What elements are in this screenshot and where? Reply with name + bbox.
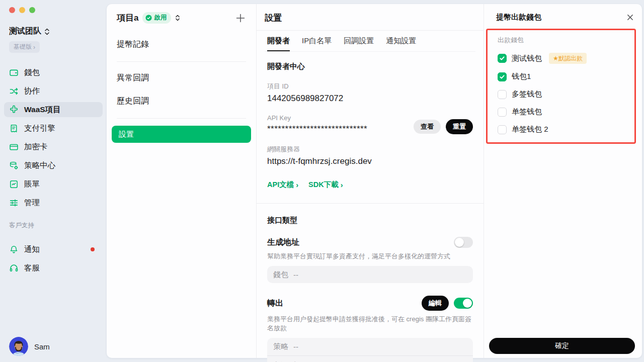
sidebar-item-notifications[interactable]: 通知 bbox=[4, 242, 103, 257]
settings-title: 設置 bbox=[265, 4, 475, 24]
bill-icon bbox=[9, 179, 19, 189]
sidebar-item-label: 錢包 bbox=[24, 67, 40, 78]
project-nav-item-history-callback[interactable]: 歷史回調 bbox=[117, 96, 246, 107]
highlight-annotation-box: 出款錢包 测试钱包 ★默認出款 钱包1 多签钱包 单签钱包 单签钱包 2 bbox=[486, 29, 636, 144]
sidebar-item-label: 通知 bbox=[24, 244, 40, 255]
chevron-updown-icon bbox=[44, 28, 50, 36]
sidebar-item-label: 协作 bbox=[24, 86, 40, 97]
api-key-masked-value: **************************** bbox=[267, 124, 367, 134]
window-close-button[interactable] bbox=[9, 7, 15, 13]
field-value: -- bbox=[293, 342, 298, 351]
checkbox-icon[interactable] bbox=[498, 72, 507, 81]
project-title: 項目a bbox=[117, 12, 138, 24]
tab-callback-settings[interactable]: 回調設置 bbox=[344, 36, 374, 51]
window-controls bbox=[9, 7, 103, 13]
wallet-option-label: 钱包1 bbox=[512, 72, 531, 81]
chevron-right-icon: › bbox=[296, 181, 298, 189]
window-minimize-button[interactable] bbox=[19, 7, 25, 13]
transfer-out-toggle[interactable] bbox=[454, 298, 473, 309]
drawer-title: 提幣出款錢包 bbox=[496, 13, 541, 22]
reset-api-key-button[interactable]: 重置 bbox=[446, 119, 473, 134]
api-key-label: API Key bbox=[267, 114, 367, 122]
view-api-key-button[interactable]: 查看 bbox=[414, 120, 441, 134]
close-icon[interactable] bbox=[626, 14, 634, 21]
waas-project-icon bbox=[9, 105, 19, 115]
confirm-button[interactable]: 確定 bbox=[489, 338, 635, 354]
policy-select-field[interactable]: 策略 -- bbox=[267, 338, 473, 356]
tab-ip-whitelist[interactable]: IP白名單 bbox=[302, 36, 332, 51]
project-nav-item-withdraw-records[interactable]: 提幣記錄 bbox=[117, 39, 246, 50]
api-docs-link[interactable]: API文檔› bbox=[267, 180, 298, 190]
sidebar-item-bill[interactable]: 賬單 bbox=[4, 176, 103, 192]
settings-panel: 設置 開發者 IP白名單 回調設置 通知設置 開發者中心 項目 ID 14420… bbox=[257, 4, 484, 358]
sidebar-item-label: 加密卡 bbox=[24, 142, 48, 152]
field-value: -- bbox=[293, 270, 298, 279]
bell-icon bbox=[9, 245, 19, 254]
project-nav-item-settings-active[interactable]: 設置 bbox=[112, 126, 251, 143]
chevron-right-icon: › bbox=[341, 181, 343, 189]
checkbox-icon[interactable] bbox=[498, 90, 507, 99]
plan-badge[interactable]: 基礎版 › bbox=[9, 41, 40, 53]
plan-badge-label: 基礎版 bbox=[14, 43, 32, 51]
sidebar-item-crypto-card[interactable]: 加密卡 bbox=[4, 139, 103, 154]
sidebar-item-label: WaaS項目 bbox=[24, 105, 61, 115]
avatar bbox=[9, 337, 28, 356]
sidebar-item-label: 管理 bbox=[24, 198, 40, 208]
sdk-download-link[interactable]: SDK下載› bbox=[308, 180, 343, 190]
checkbox-icon[interactable] bbox=[498, 54, 507, 63]
sidebar-item-waas-project[interactable]: WaaS項目 bbox=[4, 102, 103, 117]
manage-icon bbox=[9, 198, 19, 208]
support-section-label: 客戶支持 bbox=[9, 221, 103, 230]
sidebar-item-customer-service[interactable]: 客服 bbox=[4, 260, 103, 276]
transfer-out-heading: 轉出 bbox=[267, 298, 283, 309]
wallet-option-checkbox-row[interactable]: 多签钱包 bbox=[498, 89, 630, 99]
generate-address-toggle[interactable] bbox=[454, 237, 473, 248]
headset-icon bbox=[9, 263, 19, 273]
sidebar-item-strategy-center[interactable]: 策略中心 bbox=[4, 158, 103, 173]
wallet-option-label: 单签钱包 bbox=[512, 107, 542, 117]
check-circle-icon bbox=[145, 15, 152, 21]
wallet-option-checkbox-row[interactable]: 测试钱包 ★默認出款 bbox=[498, 53, 630, 64]
default-payout-badge: ★默認出款 bbox=[549, 53, 587, 64]
sidebar-item-label: 支付引擎 bbox=[24, 123, 55, 134]
transfer-out-config-box: 策略 -- 出款錢包 测试钱包 ID:1388690653241344 ★默認出… bbox=[267, 338, 473, 362]
wallet-option-checkbox-row[interactable]: 单签钱包 2 bbox=[498, 125, 630, 134]
tab-developer[interactable]: 開發者 bbox=[267, 36, 290, 51]
sidebar-item-manage[interactable]: 管理 bbox=[4, 195, 103, 210]
team-name: 测试团队 bbox=[9, 26, 41, 37]
edit-button[interactable]: 編輯 bbox=[422, 296, 449, 311]
payment-engine-icon bbox=[9, 124, 19, 133]
sidebar-item-payment-engine[interactable]: 支付引擎 bbox=[4, 121, 103, 136]
sidebar-menu: 錢包 协作 WaaS項目 支付引擎 加密卡 策略中心 賬單 管理 bbox=[4, 65, 103, 210]
generate-address-heading: 生成地址 bbox=[267, 237, 299, 248]
wallet-option-checkbox-row[interactable]: 钱包1 bbox=[498, 72, 630, 81]
crypto-card-icon bbox=[9, 142, 19, 152]
developer-center-heading: 開發者中心 bbox=[267, 62, 473, 71]
divider bbox=[257, 203, 484, 204]
link-label: API文檔 bbox=[267, 180, 294, 190]
chevron-right-icon: › bbox=[33, 44, 35, 51]
status-badge-label: 啟用 bbox=[154, 14, 167, 22]
window-zoom-button[interactable] bbox=[29, 7, 35, 13]
wallet-option-checkbox-row[interactable]: 单签钱包 bbox=[498, 107, 630, 117]
main-card: 項目a 啟用 提幣記錄 異常回調 歷史回調 設置 設置 開發者 IP白名單 回調… bbox=[107, 4, 642, 358]
tab-notification-settings[interactable]: 通知設置 bbox=[386, 36, 416, 51]
transfer-out-description: 業務平台用户發起提幣申請並獲得批准後，可在 cregis 團隊工作頁面簽名放款 bbox=[267, 315, 473, 333]
sidebar-item-wallet[interactable]: 錢包 bbox=[4, 65, 103, 80]
checkbox-icon[interactable] bbox=[498, 125, 507, 134]
user-profile[interactable]: Sam bbox=[9, 337, 50, 356]
add-project-button[interactable] bbox=[235, 13, 246, 24]
settings-tabs: 開發者 IP白名單 回調設置 通知設置 bbox=[265, 31, 475, 52]
field-label: 錢包 bbox=[273, 270, 288, 280]
notification-dot bbox=[91, 247, 95, 251]
project-nav-item-abnormal-callback[interactable]: 異常回調 bbox=[117, 73, 246, 83]
project-status-badge: 啟用 bbox=[142, 12, 171, 24]
checkbox-icon[interactable] bbox=[498, 108, 507, 117]
sidebar-item-collaboration[interactable]: 协作 bbox=[4, 83, 103, 99]
wallet-select-field[interactable]: 錢包 -- bbox=[267, 266, 473, 283]
divider bbox=[117, 61, 246, 62]
strategy-center-icon bbox=[9, 161, 19, 170]
generate-address-description: 幫助業務平台實現訂單多資產支付，滿足平台多樣化的運營方式 bbox=[267, 252, 473, 261]
team-switcher[interactable]: 测试团队 bbox=[9, 26, 103, 37]
project-switcher-icon[interactable] bbox=[175, 14, 180, 22]
